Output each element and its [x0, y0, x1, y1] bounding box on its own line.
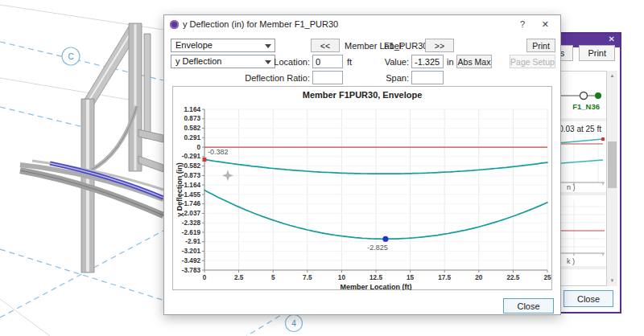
svg-text:-1.746: -1.746 — [182, 200, 201, 207]
result-type-value: y Deflection — [175, 56, 221, 66]
svg-text:4: 4 — [291, 319, 296, 328]
chart-container: Member F1PUR30, Envelope 1.1640.8730.582… — [172, 86, 552, 290]
svg-text:0: 0 — [196, 144, 200, 151]
svg-text:-3.783: -3.783 — [182, 267, 201, 274]
grid-bubble-c[interactable]: C — [62, 47, 80, 65]
location-unit: ft — [347, 57, 352, 67]
scrollbar-thumb[interactable] — [608, 141, 617, 188]
panel-scrollbar[interactable]: ▲ ▼ — [607, 71, 617, 286]
svg-text:-2.91: -2.91 — [185, 238, 200, 245]
svg-text:Member Location (ft): Member Location (ft) — [341, 283, 412, 290]
node-j-icon — [595, 92, 601, 99]
app-icon — [170, 20, 179, 29]
chevron-down-icon — [265, 44, 271, 48]
svg-text:C: C — [68, 52, 73, 61]
page-setup-button[interactable]: Page Setup — [510, 55, 555, 68]
ledger-beam — [138, 129, 163, 142]
svg-text:7.5: 7.5 — [303, 274, 312, 281]
location-input[interactable] — [312, 55, 343, 68]
node-i-icon — [580, 92, 588, 100]
scroll-down-icon[interactable]: ▼ — [607, 276, 617, 286]
svg-text:y Deflection (in): y Deflection (in) — [175, 162, 184, 217]
panel-close-icon[interactable]: ✕ — [609, 35, 615, 43]
result-set-value: Envelope — [175, 40, 213, 50]
value-caption: Value: — [374, 57, 409, 67]
svg-text:0.582: 0.582 — [184, 125, 201, 132]
svg-text:0: 0 — [203, 274, 207, 281]
svg-text:-3.201: -3.201 — [182, 248, 201, 255]
chart-title: Member F1PUR30, Envelope — [173, 90, 551, 100]
location-caption: Location: — [261, 57, 310, 67]
svg-text:-0.582: -0.582 — [182, 162, 201, 170]
member-label-value: F1_PUR30 — [384, 41, 427, 51]
deflection-chart[interactable]: 1.1640.8730.5820.2910-0.291-0.582-0.873-… — [174, 102, 552, 292]
application-canvas: C 4 — [0, 0, 644, 336]
svg-text:-2.037: -2.037 — [182, 210, 201, 217]
panel-print-button[interactable]: Print — [579, 45, 615, 61]
dialog-titlebar[interactable]: y Deflection (in) for Member F1_PUR30 ? … — [164, 15, 560, 33]
value-unit: in — [447, 57, 454, 67]
abs-max-button[interactable]: Abs Max — [456, 55, 492, 68]
right-column-2 — [144, 34, 151, 138]
ledger-beam-2 — [138, 156, 163, 172]
svg-text:22.5: 22.5 — [506, 274, 519, 281]
svg-text:-2.328: -2.328 — [182, 219, 201, 227]
svg-text:-1.455: -1.455 — [182, 191, 201, 199]
next-member-button[interactable]: >> — [425, 39, 454, 52]
svg-text:5: 5 — [271, 274, 275, 281]
svg-text:-0.382: -0.382 — [208, 148, 229, 156]
mini-chart-caption: n ) — [567, 183, 576, 191]
svg-text:10: 10 — [338, 274, 346, 281]
svg-text:-2.825: -2.825 — [367, 244, 388, 252]
dialog-title: y Deflection (in) for Member F1_PUR30 — [183, 19, 338, 29]
structure-members[interactable] — [81, 23, 163, 272]
mini-chart-caption-2: k ) — [567, 257, 575, 265]
value-input[interactable] — [411, 55, 444, 68]
dialog-close-button[interactable]: Close — [503, 298, 554, 313]
svg-text:-1.164: -1.164 — [182, 182, 201, 189]
svg-text:20: 20 — [475, 274, 483, 281]
svg-text:-3.492: -3.492 — [182, 257, 201, 264]
svg-text:0.873: 0.873 — [184, 115, 201, 122]
result-set-select[interactable]: Envelope — [171, 39, 275, 52]
svg-text:12.5: 12.5 — [369, 274, 382, 281]
deflection-dialog: y Deflection (in) for Member F1_PUR30 ? … — [163, 14, 561, 315]
deflection-ratio-input[interactable] — [312, 71, 343, 84]
svg-text:15: 15 — [407, 274, 415, 281]
print-button[interactable]: Print — [526, 39, 555, 52]
grid-bubble-4[interactable]: 4 — [286, 315, 303, 332]
svg-text:-0.291: -0.291 — [182, 153, 201, 160]
deflection-ratio-caption: Deflection Ratio: — [241, 73, 310, 83]
svg-text:2.5: 2.5 — [234, 274, 244, 281]
scroll-up-icon[interactable]: ▲ — [607, 71, 617, 81]
panel-close-button[interactable]: Close — [564, 290, 613, 307]
svg-text:-0.873: -0.873 — [182, 172, 201, 179]
svg-text:25: 25 — [543, 274, 551, 281]
cursor-star-icon — [222, 170, 233, 181]
span-caption: Span: — [375, 73, 409, 83]
prev-member-button[interactable]: << — [311, 39, 340, 52]
help-button[interactable]: ? — [520, 19, 525, 29]
svg-text:0.291: 0.291 — [184, 134, 201, 141]
result-type-select[interactable]: y Deflection — [171, 55, 275, 68]
svg-text:17.5: 17.5 — [438, 274, 451, 281]
svg-text:1.164: 1.164 — [184, 106, 201, 113]
span-input[interactable] — [411, 71, 444, 84]
svg-text:-2.619: -2.619 — [182, 229, 201, 236]
node-label: F1_N36 — [572, 102, 600, 111]
dialog-close-icon[interactable]: ✕ — [542, 19, 549, 30]
